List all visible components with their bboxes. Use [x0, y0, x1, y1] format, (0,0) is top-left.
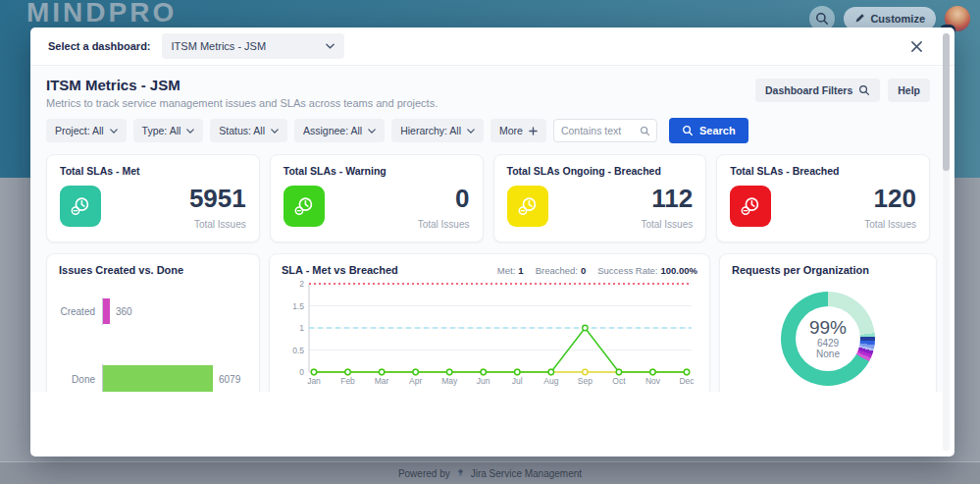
chevron-down-icon [186, 129, 194, 134]
kpi-card-total-slas-ongoing-breached: Total SLAs Ongoing - Breached112Total Is… [493, 154, 707, 242]
svg-text:1.5: 1.5 [292, 301, 304, 311]
kpi-card-total-slas-breached: Total SLAs - Breached120Total Issues [716, 154, 930, 242]
contains-text-input[interactable] [561, 125, 636, 136]
kpi-card-total-slas-warning: Total SLAs - Warning0Total Issues [270, 154, 484, 242]
scrollbar-thumb[interactable] [943, 33, 950, 171]
filter-pill-more[interactable]: More [490, 119, 546, 142]
bar-label: Done [59, 374, 102, 385]
kpi-value: 120 [864, 186, 916, 211]
svg-text:1: 1 [299, 323, 304, 333]
kpi-title: Total SLAs Ongoing - Breached [507, 165, 694, 177]
bar-value: 6079 [219, 374, 240, 385]
svg-text:Feb: Feb [340, 376, 355, 386]
filter-pill-hierarchy-all[interactable]: Hierarchy: All [391, 119, 484, 142]
filter-pill-type-all[interactable]: Type: All [133, 119, 204, 142]
dashboard-select-value: ITSM Metrics - JSM [172, 40, 267, 52]
chart-title: Requests per Organization [732, 264, 924, 276]
kpi-caption: Total Issues [189, 219, 246, 230]
svg-text:Nov: Nov [645, 376, 661, 386]
sla-clock-icon [507, 186, 548, 227]
bar-row-created: Created360 [59, 297, 247, 325]
donut-percent: 99% [809, 318, 847, 338]
page-subtitle: Metrics to track service management issu… [46, 97, 438, 109]
sla-clock-icon [284, 186, 325, 227]
page-title: ITSM Metrics - JSM [46, 77, 438, 93]
kpi-row: Total SLAs - Met5951Total IssuesTotal SL… [46, 154, 930, 242]
svg-text:2: 2 [299, 279, 304, 289]
chevron-down-icon [271, 129, 279, 134]
page-footer: Powered by Jira Service Management [0, 461, 980, 484]
brand-logo: MINDPRO [26, 0, 177, 28]
search-button[interactable]: Search [669, 118, 748, 143]
contains-text-box[interactable] [553, 119, 657, 142]
requests-per-org-card: Requests per Organization 99% 6429 None … [719, 253, 937, 392]
help-button[interactable]: Help [888, 79, 930, 102]
chevron-down-icon [326, 43, 335, 49]
kpi-title: Total SLAs - Met [60, 165, 246, 177]
bar-label: Created [59, 306, 102, 317]
bar-row-done: Done6079 [59, 364, 247, 392]
magnifier-icon [640, 126, 650, 136]
bar-chart: Created360Done6079 [59, 297, 247, 392]
jira-logo-icon [455, 468, 466, 479]
bar-segment [103, 298, 110, 324]
dashboard-modal: Select a dashboard: ITSM Metrics - JSM I… [30, 27, 954, 457]
svg-text:Jul: Jul [512, 376, 523, 386]
donut-chart: 99% 6429 None [781, 292, 875, 386]
charts-row: Issues Created vs. Done Created360Done60… [46, 253, 930, 392]
chart-title: Issues Created vs. Done [59, 264, 247, 276]
sla-clock-icon [730, 186, 771, 227]
magnifier-icon [682, 125, 694, 136]
bar-segment [103, 365, 213, 392]
plus-icon [529, 127, 538, 135]
kpi-value: 112 [641, 186, 693, 211]
kpi-caption: Total Issues [864, 219, 916, 230]
kpi-caption: Total Issues [418, 219, 470, 230]
svg-text:Mar: Mar [375, 376, 389, 386]
chevron-down-icon [110, 129, 118, 134]
sla-clock-icon [60, 186, 101, 227]
dashboard-content: ITSM Metrics - JSM Metrics to track serv… [30, 67, 946, 392]
svg-text:Jun: Jun [477, 376, 490, 386]
kpi-value: 0 [418, 186, 470, 211]
modal-scrollbar [943, 32, 950, 451]
screen: MINDPRO Customize 36 Powered by Jira Ser… [0, 0, 980, 484]
line-chart: 00.511.52JanFebMarAprMayJunJulAugSepOctN… [282, 276, 697, 392]
issues-created-done-card: Issues Created vs. Done Created360Done60… [46, 253, 260, 392]
chevron-down-icon [467, 129, 475, 134]
line-chart-stats: Met:1Breached:0Success Rate:100.00% [497, 265, 697, 276]
dashboard-select[interactable]: ITSM Metrics - JSM [162, 33, 344, 59]
stat-breached: Breached:0 [536, 265, 587, 276]
chevron-down-icon [368, 129, 376, 134]
svg-text:Sep: Sep [578, 376, 593, 386]
stat-met: Met:1 [497, 265, 524, 276]
svg-text:0.5: 0.5 [292, 346, 304, 355]
kpi-card-total-slas-met: Total SLAs - Met5951Total Issues [46, 154, 260, 242]
filter-pill-assignee-all[interactable]: Assignee: All [294, 119, 385, 142]
kpi-title: Total SLAs - Breached [730, 165, 916, 177]
svg-text:Dec: Dec [679, 376, 695, 386]
donut-center: 99% 6429 None [796, 306, 860, 371]
magnifier-icon [858, 84, 870, 96]
dashboard-filters-button[interactable]: Dashboard Filters [755, 79, 880, 102]
kpi-value: 5951 [189, 186, 246, 211]
bar-value: 360 [116, 306, 132, 317]
svg-text:May: May [441, 376, 458, 386]
filter-pill-status-all[interactable]: Status: All [210, 119, 287, 142]
donut-label: None [816, 349, 840, 359]
kpi-title: Total SLAs - Warning [284, 165, 470, 177]
stat-success-rate: Success Rate:100.00% [597, 265, 697, 276]
modal-header: Select a dashboard: ITSM Metrics - JSM [30, 27, 954, 66]
kpi-caption: Total Issues [641, 219, 693, 230]
chart-title: SLA - Met vs Breached [282, 264, 398, 276]
donut-value: 6429 [817, 338, 839, 349]
filter-row: Project: AllType: AllStatus: AllAssignee… [46, 118, 930, 143]
svg-text:Oct: Oct [612, 376, 626, 386]
svg-text:Jan: Jan [307, 376, 321, 386]
brush-icon [854, 13, 865, 26]
svg-text:Apr: Apr [409, 376, 422, 386]
dashboard-select-label: Select a dashboard: [48, 40, 151, 52]
filter-pill-project-all[interactable]: Project: All [46, 119, 127, 142]
close-icon[interactable] [910, 40, 923, 53]
svg-text:Aug: Aug [543, 376, 558, 386]
